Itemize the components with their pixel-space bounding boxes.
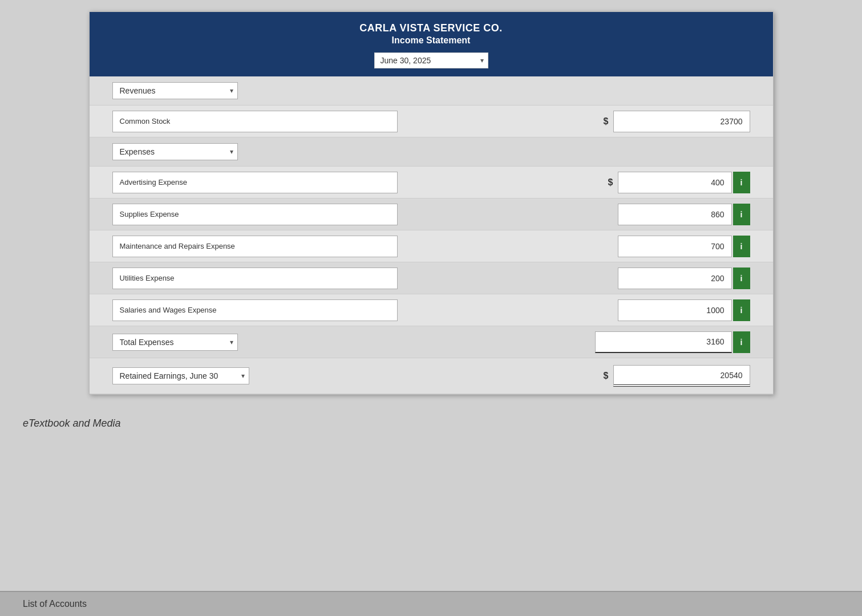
bottom-bar: List of Accounts [0, 591, 862, 616]
expense-value-4[interactable]: 1000 [618, 299, 732, 321]
date-select[interactable]: June 30, 2025 [374, 52, 488, 68]
expense-row-3: Utilities Expense 200 i [90, 262, 773, 294]
retained-earnings-right: $ 20540 [592, 365, 750, 387]
common-stock-value[interactable]: 23700 [613, 111, 750, 132]
expense-right-0: $ 400 i [597, 172, 750, 193]
revenues-dropdown[interactable]: Revenues [112, 82, 238, 99]
income-statement-card: CARLA VISTA SERVICE CO. Income Statement… [89, 11, 774, 395]
expense-info-0[interactable]: i [733, 172, 750, 193]
footer-area: eTextbook and Media [0, 406, 862, 435]
expense-label-3: Utilities Expense [112, 268, 398, 289]
expense-row-0: Advertising Expense $ 400 i [90, 167, 773, 198]
expense-info-2[interactable]: i [733, 236, 750, 257]
retained-earnings-row: Retained Earnings, June 30 $ 20540 [90, 358, 773, 394]
main-container: CARLA VISTA SERVICE CO. Income Statement… [0, 0, 862, 616]
expense-row-2: Maintenance and Repairs Expense 700 i [90, 230, 773, 262]
retained-earnings-dollar: $ [604, 371, 609, 381]
total-expenses-select-wrapper: Total Expenses [112, 334, 238, 351]
statement-title: Income Statement [101, 35, 762, 46]
date-selector-row: June 30, 2025 [101, 52, 762, 68]
expense-label-4: Salaries and Wages Expense [112, 299, 398, 321]
expense-right-2: 700 i [618, 236, 750, 257]
expense-info-1[interactable]: i [733, 204, 750, 225]
total-expenses-dropdown[interactable]: Total Expenses [112, 334, 238, 351]
expense-row-1: Supplies Expense 860 i [90, 198, 773, 230]
expenses-select-wrapper: Expenses [112, 143, 238, 160]
expense-info-3[interactable]: i [733, 268, 750, 289]
expense-value-3[interactable]: 200 [618, 268, 732, 289]
card-header: CARLA VISTA SERVICE CO. Income Statement… [90, 12, 773, 76]
common-stock-row: Common Stock $ 23700 [90, 106, 773, 137]
expense-label-0: Advertising Expense [112, 172, 398, 193]
expense-right-1: 860 i [618, 204, 750, 225]
list-of-accounts-label[interactable]: List of Accounts [23, 599, 839, 609]
retained-earnings-value[interactable]: 20540 [613, 365, 750, 387]
expense-right-3: 200 i [618, 268, 750, 289]
expense-dollar-0: $ [608, 177, 613, 188]
common-stock-label: Common Stock [112, 111, 398, 132]
expense-value-1[interactable]: 860 [618, 204, 732, 225]
company-name: CARLA VISTA SERVICE CO. [101, 22, 762, 34]
expense-value-2[interactable]: 700 [618, 236, 732, 257]
retained-select-wrapper: Retained Earnings, June 30 [112, 367, 249, 384]
total-expenses-value[interactable]: 3160 [595, 331, 732, 353]
etextbook-label[interactable]: eTextbook and Media [23, 418, 839, 429]
revenues-select-wrapper: Revenues [112, 82, 238, 99]
expense-value-0[interactable]: 400 [618, 172, 732, 193]
card-body: Revenues Common Stock $ 23700 Expenses [90, 76, 773, 394]
retained-earnings-dropdown[interactable]: Retained Earnings, June 30 [112, 367, 249, 384]
total-expenses-row: Total Expenses 3160 i [90, 326, 773, 358]
common-stock-right: $ 23700 [592, 111, 750, 132]
expense-right-4: 1000 i [618, 299, 750, 321]
revenues-section-row: Revenues [90, 76, 773, 106]
date-select-wrapper: June 30, 2025 [374, 52, 488, 68]
common-stock-dollar: $ [604, 116, 609, 127]
total-expenses-info[interactable]: i [733, 331, 750, 353]
expense-info-4[interactable]: i [733, 299, 750, 321]
total-expenses-right: 3160 i [595, 331, 750, 353]
expense-label-2: Maintenance and Repairs Expense [112, 236, 398, 257]
expenses-dropdown[interactable]: Expenses [112, 143, 238, 160]
expenses-section-row: Expenses [90, 137, 773, 167]
expense-label-1: Supplies Expense [112, 204, 398, 225]
expense-row-4: Salaries and Wages Expense 1000 i [90, 294, 773, 326]
